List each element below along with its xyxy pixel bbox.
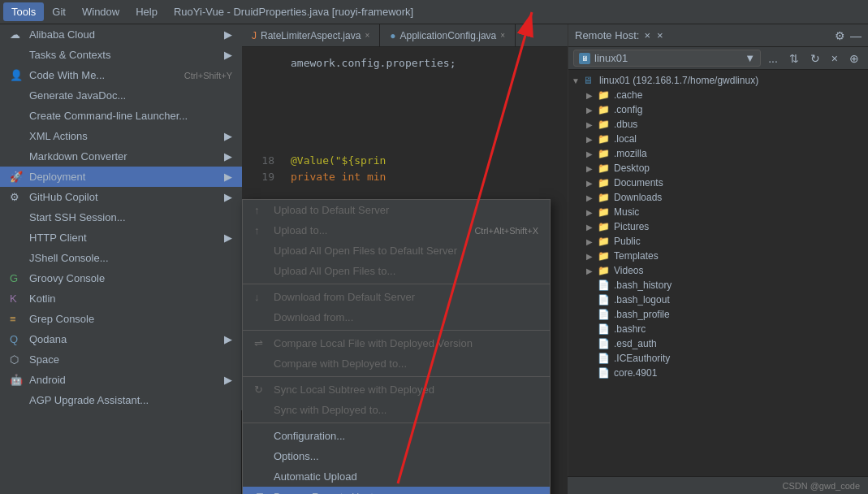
remote-host-dropdown[interactable]: 🖥 linux01 ▼ bbox=[573, 50, 761, 67]
browse-remote-icon: 🖥 bbox=[254, 491, 269, 494]
menu-tasks-contexts[interactable]: Tasks & Contexts ▶ bbox=[0, 45, 242, 65]
tab-rate-limiter[interactable]: J RateLimiterAspect.java × bbox=[242, 24, 380, 46]
menu-generate-javadoc[interactable]: Generate JavaDoc... bbox=[0, 85, 242, 106]
code-with-me-icon: 👤 bbox=[10, 69, 24, 81]
menu-http-client[interactable]: HTTP Client ▶ bbox=[0, 228, 242, 248]
submenu-compare-local[interactable]: ⇌ Compare Local File with Deployed Versi… bbox=[243, 333, 550, 353]
toolbar-add-btn[interactable]: ⊕ bbox=[845, 50, 863, 67]
tree-folder-config[interactable]: ▶ 📁 .config bbox=[568, 102, 868, 117]
submenu-configuration[interactable]: Configuration... bbox=[243, 426, 550, 446]
tree-folder-cache[interactable]: ▶ 📁 .cache bbox=[568, 88, 868, 102]
toolbar-more-btn[interactable]: ... bbox=[764, 50, 782, 67]
main-layout: ☁ Alibaba Cloud ▶ Tasks & Contexts ▶ 👤 C… bbox=[0, 24, 868, 494]
arrow-icon: ▶ bbox=[224, 374, 232, 386]
toolbar-disconnect-btn[interactable]: × bbox=[827, 50, 842, 67]
tree-folder-templates[interactable]: ▶ 📁 Templates bbox=[568, 249, 868, 263]
submenu-upload-all-open-default[interactable]: Upload All Open Files to Default Server bbox=[243, 240, 550, 261]
menu-kotlin[interactable]: K Kotlin bbox=[0, 288, 242, 309]
minimize-icon[interactable]: — bbox=[850, 29, 862, 42]
upload-icon: ↑ bbox=[254, 204, 269, 216]
menu-alibaba-cloud[interactable]: ☁ Alibaba Cloud ▶ bbox=[0, 24, 242, 45]
menu-groovy-console[interactable]: G Groovy Console bbox=[0, 268, 242, 288]
menu-item-tools[interactable]: Tools bbox=[3, 2, 44, 21]
close-icon-1[interactable]: × bbox=[644, 29, 650, 41]
toolbar-sort-btn[interactable]: ⇅ bbox=[785, 50, 803, 67]
tree-folder-pictures[interactable]: ▶ 📁 Pictures bbox=[568, 219, 868, 234]
menu-android[interactable]: 🤖 Android ▶ bbox=[0, 370, 242, 390]
file-icon: 📄 bbox=[598, 294, 611, 306]
tree-file-bash-logout[interactable]: 📄 .bash_logout bbox=[568, 292, 868, 307]
tree-folder-music[interactable]: ▶ 📁 Music bbox=[568, 205, 868, 219]
menu-item-window[interactable]: Window bbox=[74, 2, 127, 21]
menu-jshell[interactable]: JShell Console... bbox=[0, 248, 242, 268]
tree-folder-downloads[interactable]: ▶ 📁 Downloads bbox=[568, 190, 868, 205]
tree-folder-desktop[interactable]: ▶ 📁 Desktop bbox=[568, 161, 868, 176]
deployment-submenu: ↑ Upload to Default Server ↑ Upload to..… bbox=[242, 199, 551, 494]
menu-xml-actions[interactable]: XML Actions ▶ bbox=[0, 126, 242, 146]
tree-file-core4901[interactable]: 📄 core.4901 bbox=[568, 366, 868, 380]
submenu-browse-remote[interactable]: 🖥 Browse Remote Host bbox=[243, 487, 550, 494]
folder-icon: 📁 bbox=[598, 177, 611, 188]
menu-create-launcher[interactable]: Create Command-line Launcher... bbox=[0, 106, 242, 126]
tree-root-item[interactable]: ▼ 🖥 linux01 (192.168.1.7/home/gwdlinux) bbox=[568, 73, 868, 88]
submenu-upload-all-open-to[interactable]: Upload All Open Files to... bbox=[243, 261, 550, 281]
tree-folder-dbus[interactable]: ▶ 📁 .dbus bbox=[568, 117, 868, 132]
menu-agp-upgrade[interactable]: AGP Upgrade Assistant... bbox=[0, 390, 242, 410]
editor-content: amework.config.properties; 18 @Value("${… bbox=[242, 47, 568, 193]
tree-file-iceauthority[interactable]: 📄 .ICEauthority bbox=[568, 351, 868, 366]
status-text: CSDN @gwd_code bbox=[782, 481, 860, 491]
folder-icon: 📁 bbox=[598, 192, 611, 203]
submenu-sync-deployed-to[interactable]: Sync with Deployed to... bbox=[243, 400, 550, 420]
tab-close-icon[interactable]: × bbox=[365, 31, 369, 40]
space-icon: ⬡ bbox=[10, 353, 24, 366]
code-line-19: 19 private int min bbox=[258, 169, 551, 185]
menu-start-ssh[interactable]: Start SSH Session... bbox=[0, 207, 242, 228]
folder-arrow-icon: ▶ bbox=[586, 266, 598, 275]
submenu-upload-default[interactable]: ↑ Upload to Default Server bbox=[243, 200, 550, 220]
menu-code-with-me[interactable]: 👤 Code With Me... Ctrl+Shift+Y bbox=[0, 65, 242, 85]
submenu-download-default[interactable]: ↓ Download from Default Server bbox=[243, 287, 550, 307]
submenu-options[interactable]: Options... bbox=[243, 446, 550, 466]
submenu-upload-to[interactable]: ↑ Upload to... Ctrl+Alt+Shift+X bbox=[243, 220, 550, 240]
tree-file-bashrc[interactable]: 📄 .bashrc bbox=[568, 322, 868, 336]
file-tree: ▼ 🖥 linux01 (192.168.1.7/home/gwdlinux) … bbox=[568, 70, 868, 494]
menu-github-copilot[interactable]: ⚙ GitHub Copilot ▶ bbox=[0, 187, 242, 207]
submenu-divider-4 bbox=[243, 422, 550, 423]
code-line-18: 18 @Value("${sprin bbox=[258, 153, 551, 169]
tree-folder-mozilla[interactable]: ▶ 📁 .mozilla bbox=[568, 146, 868, 161]
remote-header-icons: ⚙ — bbox=[835, 29, 862, 42]
folder-arrow-icon: ▶ bbox=[586, 135, 598, 144]
submenu-automatic-upload[interactable]: Automatic Upload bbox=[243, 466, 550, 487]
folder-icon: 📁 bbox=[598, 162, 611, 174]
tab-close-icon[interactable]: × bbox=[500, 31, 505, 40]
arrow-icon: ▶ bbox=[224, 130, 232, 142]
tree-file-bash-profile[interactable]: 📄 .bash_profile bbox=[568, 307, 868, 322]
settings-icon[interactable]: ⚙ bbox=[835, 29, 845, 42]
close-icon-2[interactable]: × bbox=[657, 29, 663, 41]
tree-folder-public[interactable]: ▶ 📁 Public bbox=[568, 234, 868, 249]
folder-icon: 📁 bbox=[598, 236, 611, 247]
folder-icon: 📁 bbox=[598, 119, 611, 130]
menu-qodana[interactable]: Q Qodana ▶ bbox=[0, 329, 242, 349]
tab-app-config[interactable]: ● ApplicationConfig.java × bbox=[380, 24, 516, 46]
submenu-sync-subtree[interactable]: ↻ Sync Local Subtree with Deployed bbox=[243, 379, 550, 400]
tree-folder-videos[interactable]: ▶ 📁 Videos bbox=[568, 263, 868, 278]
tree-file-bash-history[interactable]: 📄 .bash_history bbox=[568, 278, 868, 292]
menu-grep-console[interactable]: ≡ Grep Console bbox=[0, 309, 242, 329]
toolbar-refresh-btn[interactable]: ↻ bbox=[806, 50, 824, 67]
folder-icon: 📁 bbox=[598, 265, 611, 276]
menu-item-help[interactable]: Help bbox=[127, 2, 166, 21]
submenu-compare-deployed[interactable]: Compare with Deployed to... bbox=[243, 353, 550, 374]
tree-folder-local[interactable]: ▶ 📁 .local bbox=[568, 132, 868, 146]
menu-deployment[interactable]: 🚀 Deployment ▶ bbox=[0, 167, 242, 187]
kotlin-icon: K bbox=[10, 292, 24, 305]
folder-icon: 📁 bbox=[598, 148, 611, 159]
submenu-divider-1 bbox=[243, 284, 550, 284]
submenu-divider-3 bbox=[243, 376, 550, 377]
menu-space[interactable]: ⬡ Space bbox=[0, 349, 242, 370]
tree-folder-documents[interactable]: ▶ 📁 Documents bbox=[568, 176, 868, 190]
tree-file-esd-auth[interactable]: 📄 .esd_auth bbox=[568, 336, 868, 351]
menu-markdown[interactable]: Markdown Converter ▶ bbox=[0, 146, 242, 167]
menu-item-git[interactable]: Git bbox=[44, 2, 74, 21]
submenu-download-from[interactable]: Download from... bbox=[243, 307, 550, 327]
